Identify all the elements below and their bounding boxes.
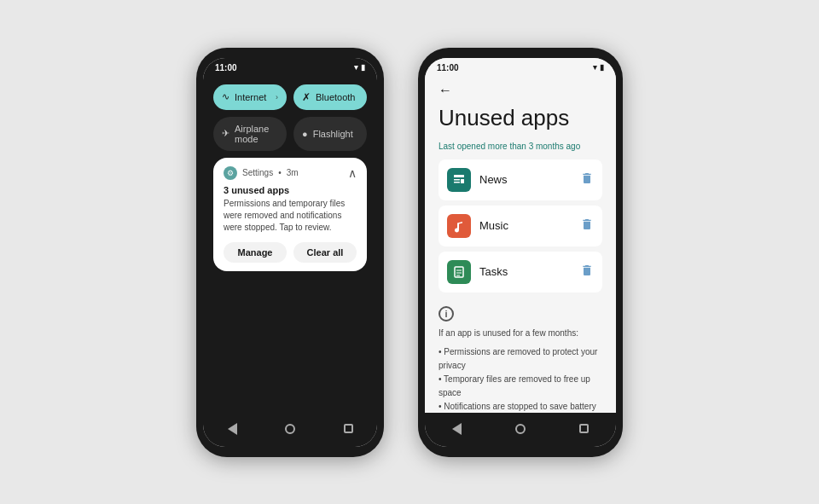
- news-app-name: News: [479, 173, 572, 186]
- right-battery-icon: ▮: [600, 63, 604, 72]
- right-phone-screen: 11:00 ▾ ▮ ← Unused apps Last opened more…: [425, 58, 616, 447]
- notif-app-name: Settings: [242, 168, 273, 177]
- notif-title: 3 unused apps: [224, 185, 357, 195]
- notif-header: ⚙ Settings • 3m ∧: [224, 166, 357, 180]
- qs-row-2: ✈ Airplane mode ● Flashlight: [213, 117, 367, 151]
- right-home-button[interactable]: [511, 420, 530, 438]
- right-home-icon: [515, 424, 526, 434]
- back-arrow-button[interactable]: ←: [439, 83, 602, 98]
- battery-icon: ▮: [361, 63, 365, 72]
- app-item-tasks[interactable]: Tasks: [439, 252, 602, 293]
- flashlight-icon: ●: [302, 129, 308, 139]
- news-delete-icon[interactable]: [580, 171, 594, 188]
- page-title: Unused apps: [439, 105, 602, 131]
- music-app-icon: [447, 214, 471, 238]
- right-recents-icon: [579, 424, 589, 433]
- tasks-delete-icon[interactable]: [580, 264, 594, 280]
- svg-rect-2: [454, 182, 460, 183]
- music-app-name: Music: [479, 219, 572, 232]
- notif-actions: Manage Clear all: [224, 242, 357, 263]
- right-time: 11:00: [437, 63, 459, 72]
- wifi-icon: ∿: [222, 91, 229, 102]
- info-icon: i: [439, 306, 454, 322]
- airplane-tile[interactable]: ✈ Airplane mode: [213, 117, 287, 151]
- left-time: 11:00: [215, 63, 237, 72]
- qs-row-1: ∿ Internet › ✗ Bluetooth: [213, 84, 367, 110]
- left-nav-bar: [203, 413, 377, 447]
- right-signal-icon: ▾: [593, 63, 597, 72]
- chevron-icon: ›: [276, 93, 278, 101]
- back-icon: [228, 423, 237, 435]
- info-bullets: • Permissions are removed to protect you…: [439, 345, 602, 413]
- right-back-icon: [452, 423, 462, 435]
- internet-label: Internet: [235, 92, 270, 102]
- left-phone-screen: 11:00 ▾ ▮ ∿ Internet › ✗ Bluetooth: [203, 58, 377, 447]
- clear-all-button[interactable]: Clear all: [293, 242, 357, 263]
- right-content: ← Unused apps Last opened more than 3 mo…: [425, 76, 616, 413]
- home-icon: [285, 424, 295, 434]
- settings-app-icon: ⚙: [224, 166, 237, 180]
- quick-settings-panel: ∿ Internet › ✗ Bluetooth ✈ Airplane mode…: [203, 76, 377, 413]
- right-status-icons: ▾ ▮: [593, 63, 604, 72]
- notif-header-left: ⚙ Settings • 3m: [224, 166, 299, 180]
- svg-rect-1: [454, 179, 460, 181]
- recents-button[interactable]: [339, 420, 357, 438]
- music-delete-icon[interactable]: [580, 217, 594, 234]
- right-nav-bar: [425, 413, 616, 447]
- back-button[interactable]: [223, 420, 241, 438]
- left-status-icons: ▾ ▮: [354, 63, 365, 72]
- subtitle: Last opened more than 3 months ago: [439, 142, 602, 151]
- flashlight-tile[interactable]: ● Flashlight: [293, 117, 367, 151]
- flashlight-label: Flashlight: [313, 129, 358, 139]
- notif-body: Permissions and temporary files were rem…: [224, 198, 357, 234]
- notif-expand-icon[interactable]: ∧: [348, 166, 357, 180]
- app-item-music[interactable]: Music: [439, 206, 602, 246]
- tasks-app-icon: [447, 260, 471, 284]
- app-item-news[interactable]: News: [439, 159, 602, 200]
- internet-tile[interactable]: ∿ Internet ›: [213, 84, 287, 110]
- recents-icon: [344, 424, 353, 433]
- bluetooth-icon: ✗: [302, 91, 311, 103]
- info-section: i If an app is unused for a few months: …: [439, 298, 602, 413]
- notif-dot: •: [278, 168, 282, 177]
- signal-icon: ▾: [354, 63, 358, 72]
- bluetooth-label: Bluetooth: [316, 92, 358, 102]
- airplane-icon: ✈: [222, 128, 229, 139]
- right-recents-button[interactable]: [575, 420, 594, 438]
- left-phone: 11:00 ▾ ▮ ∿ Internet › ✗ Bluetooth: [196, 48, 384, 457]
- bluetooth-tile[interactable]: ✗ Bluetooth: [293, 84, 367, 110]
- news-app-icon: [447, 168, 471, 192]
- svg-rect-3: [461, 179, 464, 183]
- right-phone: 11:00 ▾ ▮ ← Unused apps Last opened more…: [418, 48, 623, 457]
- manage-button[interactable]: Manage: [224, 242, 287, 263]
- tasks-app-name: Tasks: [479, 265, 572, 278]
- notification-card[interactable]: ⚙ Settings • 3m ∧ 3 unused apps Permissi…: [213, 158, 367, 271]
- right-back-button[interactable]: [447, 420, 466, 438]
- notif-time: 3m: [287, 168, 299, 177]
- airplane-label: Airplane mode: [235, 124, 278, 144]
- home-button[interactable]: [281, 420, 299, 438]
- left-status-bar: 11:00 ▾ ▮: [203, 58, 377, 76]
- info-header-text: If an app is unused for a few months:: [439, 327, 602, 340]
- svg-rect-0: [454, 175, 464, 177]
- right-status-bar: 11:00 ▾ ▮: [425, 58, 616, 76]
